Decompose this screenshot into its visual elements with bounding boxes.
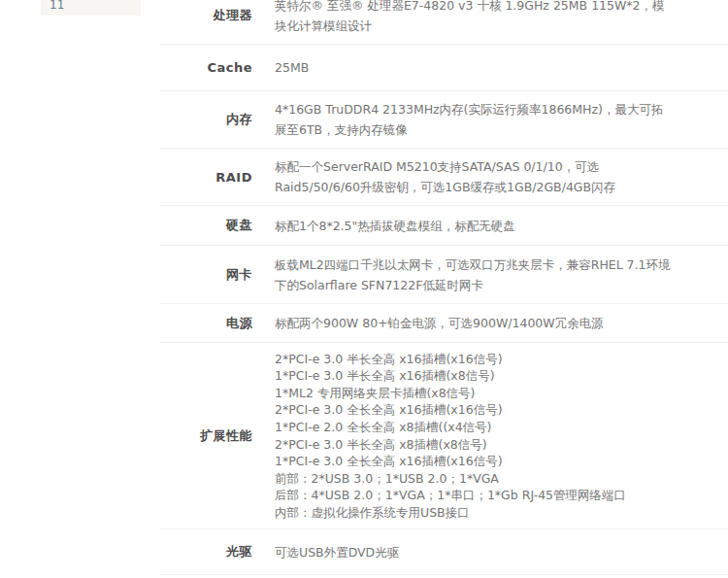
spec-value-line: 前部：2*USB 3.0；1*USB 2.0；1*VGA <box>275 470 675 488</box>
spec-row: 处理器英特尔® 至强® 处理器E7-4820 v3 十核 1.9GHz 25MB… <box>160 0 728 45</box>
spec-row: 网卡板载ML2四端口千兆以太网卡，可选双口万兆夹层卡，兼容RHEL 7.1环境下… <box>160 246 728 304</box>
spec-value: 英特尔® 至强® 处理器E7-4820 v3 十核 1.9GHz 25MB 11… <box>275 0 728 36</box>
spec-page: 11 处理器英特尔® 至强® 处理器E7-4820 v3 十核 1.9GHz 2… <box>0 0 728 578</box>
spec-value: 标配1个8*2.5"热插拔硬盘模组，标配无硬盘 <box>275 216 728 236</box>
spec-table: 处理器英特尔® 至强® 处理器E7-4820 v3 十核 1.9GHz 25MB… <box>160 0 728 575</box>
pagination-tab-11[interactable]: 11 <box>41 0 141 16</box>
spec-label: 扩展性能 <box>160 427 252 445</box>
spec-value-line: 1*PCI-e 3.0 全长全高 x16插槽(x16信号) <box>275 453 675 470</box>
spec-label: 内存 <box>160 111 252 128</box>
spec-value-line: 1*PCI-e 2.0 全长全高 x8插槽((x4信号) <box>275 419 675 436</box>
spec-row: 光驱可选USB外置DVD光驱 <box>160 529 728 575</box>
spec-label: 电源 <box>160 315 252 332</box>
spec-value: 可选USB外置DVD光驱 <box>275 542 728 562</box>
spec-value: 板载ML2四端口千兆以太网卡，可选双口万兆夹层卡，兼容RHEL 7.1环境下的S… <box>275 255 728 295</box>
spec-label: 处理器 <box>160 7 252 24</box>
spec-value: 4*16GB TruDDR4 2133MHz内存(实际运行频率1866MHz)，… <box>275 99 728 140</box>
pagination-tab-label: 11 <box>50 0 64 12</box>
spec-value-line: 1*ML2 专用网络夹层卡插槽(x8信号) <box>275 385 675 402</box>
spec-row: 硬盘标配1个8*2.5"热插拔硬盘模组，标配无硬盘 <box>160 206 728 246</box>
spec-value: 25MB <box>275 57 728 78</box>
spec-label: RAID <box>160 170 252 185</box>
spec-row: 内存4*16GB TruDDR4 2133MHz内存(实际运行频率1866MHz… <box>160 91 728 149</box>
spec-value: 标配两个900W 80+铂金电源，可选900W/1400W冗余电源 <box>275 313 728 333</box>
spec-label: 硬盘 <box>160 217 252 234</box>
spec-value-line: 后部：4*USB 2.0；1*VGA；1*串口；1*Gb RJ-45管理网络端口 <box>275 487 675 504</box>
spec-row: 电源标配两个900W 80+铂金电源，可选900W/1400W冗余电源 <box>160 304 728 343</box>
spec-value: 标配一个ServerRAID M5210支持SATA/SAS 0/1/10，可选… <box>275 156 728 197</box>
spec-value-line: 2*PCI-e 3.0 全长全高 x16插槽(x16信号) <box>275 401 675 419</box>
spec-row: RAID标配一个ServerRAID M5210支持SATA/SAS 0/1/1… <box>160 149 728 206</box>
spec-row: Cache25MB <box>160 45 728 91</box>
spec-value-line: 2*PCI-e 3.0 半长全高 x16插槽(x16信号) <box>275 351 675 368</box>
spec-label: Cache <box>160 60 252 75</box>
spec-value-line: 2*PCI-e 3.0 半长全高 x8插槽(x8信号) <box>275 436 675 454</box>
spec-label: 网卡 <box>160 266 252 284</box>
spec-value-line: 内部：虚拟化操作系统专用USB接口 <box>275 504 675 522</box>
spec-row: 扩展性能2*PCI-e 3.0 半长全高 x16插槽(x16信号)1*PCI-e… <box>160 343 728 529</box>
spec-label: 光驱 <box>160 543 252 561</box>
spec-value-line: 1*PCI-e 3.0 半长全高 x16插槽(x8信号) <box>275 367 675 385</box>
spec-value: 2*PCI-e 3.0 半长全高 x16插槽(x16信号)1*PCI-e 3.0… <box>275 351 728 522</box>
